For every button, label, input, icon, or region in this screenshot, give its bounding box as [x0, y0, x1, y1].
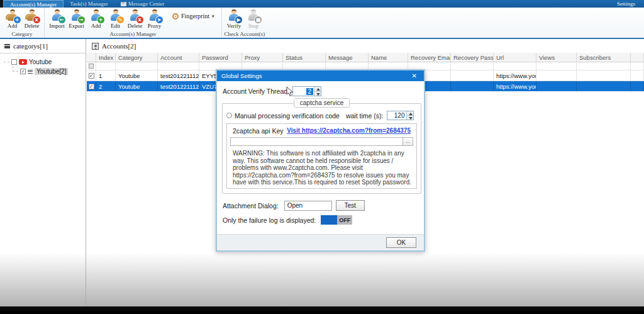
- failure-log-label: Only the failure log is displayed:: [223, 216, 316, 224]
- settings-button[interactable]: Settings: [608, 0, 644, 8]
- spin-down-icon[interactable]: [314, 91, 321, 96]
- api-key-input[interactable]: ...: [230, 137, 413, 146]
- cell-views[interactable]: [536, 70, 577, 81]
- accounts-title: Accounts[2]: [102, 42, 136, 50]
- toggle-track: [321, 215, 337, 225]
- tab-message-center[interactable]: Message Center: [114, 0, 171, 8]
- column-header-index[interactable]: Index: [96, 53, 116, 62]
- delete-category-button[interactable]: x Delete: [22, 8, 42, 29]
- cell-recovery-password[interactable]: [451, 70, 494, 81]
- captcha-service-group: captcha service Manual processing verifi…: [222, 103, 421, 194]
- verify-thread-row: Account Verify Thread 2: [223, 86, 321, 96]
- person-stop-icon: ■: [247, 9, 260, 22]
- attachment-dialog-input[interactable]: Open: [284, 201, 332, 211]
- column-header-account[interactable]: Account: [158, 53, 199, 62]
- wait-time-value[interactable]: 120: [387, 111, 406, 120]
- tab-label: Message Center: [128, 0, 165, 8]
- close-icon[interactable]: ✕: [409, 70, 419, 81]
- row-checkbox-cell[interactable]: ✓: [87, 70, 96, 81]
- person-delete-icon: x: [128, 9, 142, 22]
- column-header-marker: [87, 53, 96, 62]
- cell-subscribers[interactable]: [577, 81, 631, 91]
- import-button[interactable]: ← Import: [47, 8, 67, 29]
- row-checkbox-cell[interactable]: ✓: [87, 81, 96, 91]
- browse-button[interactable]: ...: [402, 138, 413, 145]
- blank-cell: [494, 62, 536, 70]
- cell-url[interactable]: https://www.yout...: [494, 70, 536, 81]
- tab-label: Account(s) Manager: [10, 1, 57, 8]
- manual-processing-radio[interactable]: [226, 113, 232, 118]
- stop-button[interactable]: ■ Stop: [244, 8, 264, 29]
- cell-category[interactable]: Youtube: [116, 70, 158, 81]
- cell-account[interactable]: test20122111200...: [158, 70, 199, 81]
- cell-url[interactable]: https://www.yout...: [494, 81, 536, 91]
- verify-thread-spinner[interactable]: 2: [292, 86, 321, 96]
- tree-checkbox[interactable]: [11, 59, 17, 65]
- column-header-recovery-email[interactable]: Recovery Email: [408, 53, 451, 62]
- fingerprint-icon: [172, 13, 179, 20]
- blank-cell: [158, 62, 199, 70]
- toolbar-group-accounts: ← Import → Export + Add ✎ Edit x Delet: [45, 8, 222, 38]
- cell-index[interactable]: 1: [96, 70, 116, 81]
- message-icon: [121, 2, 126, 6]
- blank-cell: [631, 62, 644, 70]
- failure-log-toggle[interactable]: OFF: [321, 215, 352, 225]
- select-all-cell[interactable]: [87, 62, 96, 70]
- person-proxy-icon: ➤: [148, 9, 162, 22]
- column-header-subscribers[interactable]: Subscribers: [577, 53, 631, 62]
- blank-cell: [116, 62, 158, 70]
- cell-category[interactable]: Youtube: [116, 81, 158, 91]
- tree-checkbox[interactable]: ✓: [20, 69, 26, 74]
- column-header-recovery-password[interactable]: Recovery Passw...: [451, 53, 494, 62]
- dialog-title: Global Settings: [221, 72, 262, 79]
- column-header-password[interactable]: Password: [199, 53, 242, 62]
- group-label-check-accounts: Check Account(s): [225, 30, 265, 38]
- tree-label: Youtube: [29, 59, 52, 65]
- proxy-button[interactable]: ➤ Proxy: [145, 8, 164, 29]
- person-import-icon: ←: [50, 9, 64, 22]
- add-account-button[interactable]: + Add: [86, 8, 106, 29]
- column-header-views[interactable]: Views: [536, 53, 577, 62]
- cell-subscribers[interactable]: [577, 70, 631, 81]
- delete-account-button[interactable]: x Delete: [125, 8, 145, 29]
- verify-button[interactable]: ▶ Verify: [225, 8, 244, 29]
- test-button[interactable]: Test: [336, 200, 365, 211]
- edit-account-button[interactable]: ✎ Edit: [106, 8, 125, 29]
- mouse-cursor: [286, 86, 294, 97]
- cell-index[interactable]: 2: [96, 81, 116, 91]
- column-header-message[interactable]: Message: [326, 53, 369, 62]
- wait-time-spinner[interactable]: 120: [387, 111, 414, 120]
- column-header-url[interactable]: Url: [494, 53, 536, 62]
- spin-down-icon[interactable]: [407, 115, 413, 120]
- tree-item-youtube-2[interactable]: ✓ Youtube[2]: [0, 67, 86, 76]
- fingerprint-button[interactable]: Fingerprint ▾: [168, 11, 219, 21]
- captcha-service-label: captcha service: [294, 98, 350, 108]
- sidebar-title: categorys[1]: [13, 42, 48, 50]
- group-label-accounts-manager: Account(s) Manager: [47, 30, 219, 38]
- wait-time-label: wait time (s):: [346, 112, 384, 120]
- row-checkbox[interactable]: ✓: [89, 73, 94, 79]
- add-category-button[interactable]: + Add: [3, 8, 22, 29]
- youtube-icon: [19, 59, 27, 65]
- select-all-checkbox[interactable]: [89, 64, 94, 69]
- export-button[interactable]: → Export: [67, 8, 86, 29]
- ok-button[interactable]: OK: [386, 237, 416, 248]
- blank-cell: [577, 62, 631, 70]
- row-checkbox[interactable]: ✓: [89, 84, 94, 89]
- toolbar-group-category: + Add x Delete Category: [0, 8, 45, 38]
- tab-tasks-manager[interactable]: Task(s) Manager: [64, 0, 114, 8]
- verify-thread-value[interactable]: 2: [306, 88, 314, 95]
- dialog-footer: OK: [217, 234, 424, 250]
- column-header-name[interactable]: Name: [369, 53, 408, 62]
- cell-recovery-password[interactable]: [451, 81, 494, 91]
- tab-accounts-manager[interactable]: Account(s) Manager: [3, 0, 64, 8]
- cell-views[interactable]: [536, 81, 577, 91]
- tree-item-youtube[interactable]: Youtube: [0, 57, 86, 67]
- column-header-status[interactable]: Status: [283, 53, 326, 62]
- dialog-titlebar[interactable]: Global Settings ✕: [217, 70, 424, 81]
- column-header-category[interactable]: Category: [116, 53, 158, 62]
- column-header-proxy[interactable]: Proxy: [242, 53, 283, 62]
- cell-account[interactable]: test20122111201...: [158, 81, 199, 91]
- 2captcha-link[interactable]: Visit https://2captcha.com?from=2684375: [287, 127, 411, 135]
- person-add-icon: +: [89, 9, 103, 22]
